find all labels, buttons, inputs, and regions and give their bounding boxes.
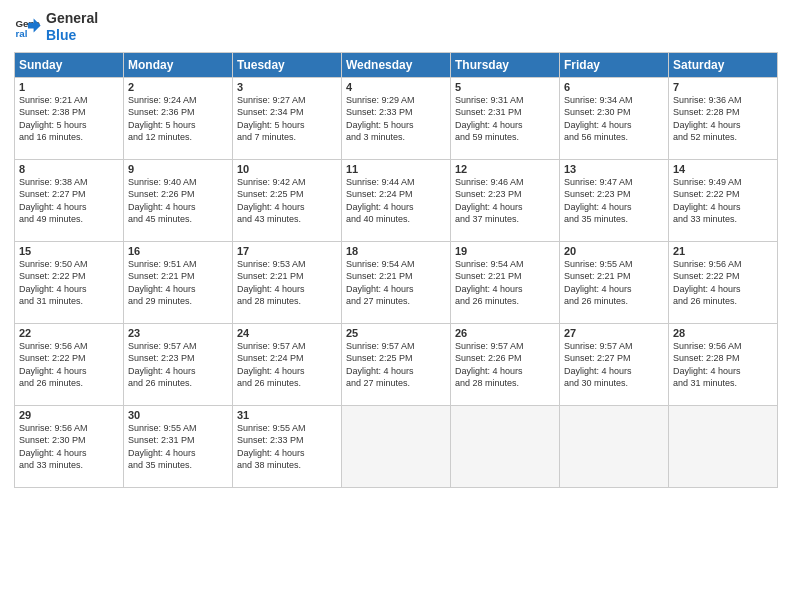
calendar-cell: 5Sunrise: 9:31 AM Sunset: 2:31 PM Daylig… bbox=[451, 77, 560, 159]
day-number: 8 bbox=[19, 163, 119, 175]
day-info: Sunrise: 9:21 AM Sunset: 2:38 PM Dayligh… bbox=[19, 94, 119, 144]
day-info: Sunrise: 9:42 AM Sunset: 2:25 PM Dayligh… bbox=[237, 176, 337, 226]
day-info: Sunrise: 9:55 AM Sunset: 2:21 PM Dayligh… bbox=[564, 258, 664, 308]
day-info: Sunrise: 9:40 AM Sunset: 2:26 PM Dayligh… bbox=[128, 176, 228, 226]
calendar-cell: 7Sunrise: 9:36 AM Sunset: 2:28 PM Daylig… bbox=[669, 77, 778, 159]
calendar-cell: 24Sunrise: 9:57 AM Sunset: 2:24 PM Dayli… bbox=[233, 323, 342, 405]
day-info: Sunrise: 9:44 AM Sunset: 2:24 PM Dayligh… bbox=[346, 176, 446, 226]
calendar-day-header: Saturday bbox=[669, 52, 778, 77]
day-info: Sunrise: 9:29 AM Sunset: 2:33 PM Dayligh… bbox=[346, 94, 446, 144]
day-info: Sunrise: 9:47 AM Sunset: 2:23 PM Dayligh… bbox=[564, 176, 664, 226]
day-info: Sunrise: 9:53 AM Sunset: 2:21 PM Dayligh… bbox=[237, 258, 337, 308]
calendar-cell: 11Sunrise: 9:44 AM Sunset: 2:24 PM Dayli… bbox=[342, 159, 451, 241]
calendar-header-row: SundayMondayTuesdayWednesdayThursdayFrid… bbox=[15, 52, 778, 77]
day-number: 17 bbox=[237, 245, 337, 257]
day-number: 20 bbox=[564, 245, 664, 257]
calendar-table: SundayMondayTuesdayWednesdayThursdayFrid… bbox=[14, 52, 778, 488]
day-info: Sunrise: 9:27 AM Sunset: 2:34 PM Dayligh… bbox=[237, 94, 337, 144]
day-info: Sunrise: 9:38 AM Sunset: 2:27 PM Dayligh… bbox=[19, 176, 119, 226]
day-info: Sunrise: 9:24 AM Sunset: 2:36 PM Dayligh… bbox=[128, 94, 228, 144]
day-info: Sunrise: 9:57 AM Sunset: 2:26 PM Dayligh… bbox=[455, 340, 555, 390]
day-info: Sunrise: 9:34 AM Sunset: 2:30 PM Dayligh… bbox=[564, 94, 664, 144]
day-info: Sunrise: 9:56 AM Sunset: 2:22 PM Dayligh… bbox=[19, 340, 119, 390]
day-info: Sunrise: 9:54 AM Sunset: 2:21 PM Dayligh… bbox=[346, 258, 446, 308]
calendar-cell: 23Sunrise: 9:57 AM Sunset: 2:23 PM Dayli… bbox=[124, 323, 233, 405]
day-info: Sunrise: 9:55 AM Sunset: 2:31 PM Dayligh… bbox=[128, 422, 228, 472]
calendar-week-row: 15Sunrise: 9:50 AM Sunset: 2:22 PM Dayli… bbox=[15, 241, 778, 323]
calendar-cell: 3Sunrise: 9:27 AM Sunset: 2:34 PM Daylig… bbox=[233, 77, 342, 159]
day-number: 11 bbox=[346, 163, 446, 175]
calendar-cell: 30Sunrise: 9:55 AM Sunset: 2:31 PM Dayli… bbox=[124, 405, 233, 487]
day-number: 15 bbox=[19, 245, 119, 257]
day-number: 25 bbox=[346, 327, 446, 339]
calendar-cell: 19Sunrise: 9:54 AM Sunset: 2:21 PM Dayli… bbox=[451, 241, 560, 323]
day-number: 2 bbox=[128, 81, 228, 93]
calendar-cell bbox=[342, 405, 451, 487]
day-number: 12 bbox=[455, 163, 555, 175]
calendar-cell: 26Sunrise: 9:57 AM Sunset: 2:26 PM Dayli… bbox=[451, 323, 560, 405]
day-number: 29 bbox=[19, 409, 119, 421]
day-number: 4 bbox=[346, 81, 446, 93]
day-number: 21 bbox=[673, 245, 773, 257]
calendar-week-row: 8Sunrise: 9:38 AM Sunset: 2:27 PM Daylig… bbox=[15, 159, 778, 241]
calendar-cell bbox=[560, 405, 669, 487]
calendar-week-row: 1Sunrise: 9:21 AM Sunset: 2:38 PM Daylig… bbox=[15, 77, 778, 159]
day-number: 13 bbox=[564, 163, 664, 175]
calendar-cell: 31Sunrise: 9:55 AM Sunset: 2:33 PM Dayli… bbox=[233, 405, 342, 487]
logo-text-line1: General bbox=[46, 10, 98, 27]
day-number: 31 bbox=[237, 409, 337, 421]
logo-icon: Gene ral bbox=[14, 13, 42, 41]
day-number: 24 bbox=[237, 327, 337, 339]
calendar-cell: 17Sunrise: 9:53 AM Sunset: 2:21 PM Dayli… bbox=[233, 241, 342, 323]
day-info: Sunrise: 9:54 AM Sunset: 2:21 PM Dayligh… bbox=[455, 258, 555, 308]
calendar-week-row: 22Sunrise: 9:56 AM Sunset: 2:22 PM Dayli… bbox=[15, 323, 778, 405]
calendar-cell: 22Sunrise: 9:56 AM Sunset: 2:22 PM Dayli… bbox=[15, 323, 124, 405]
day-number: 1 bbox=[19, 81, 119, 93]
day-info: Sunrise: 9:51 AM Sunset: 2:21 PM Dayligh… bbox=[128, 258, 228, 308]
calendar-cell: 20Sunrise: 9:55 AM Sunset: 2:21 PM Dayli… bbox=[560, 241, 669, 323]
calendar-cell: 12Sunrise: 9:46 AM Sunset: 2:23 PM Dayli… bbox=[451, 159, 560, 241]
day-number: 28 bbox=[673, 327, 773, 339]
calendar-cell: 29Sunrise: 9:56 AM Sunset: 2:30 PM Dayli… bbox=[15, 405, 124, 487]
svg-text:ral: ral bbox=[15, 28, 27, 39]
day-number: 6 bbox=[564, 81, 664, 93]
day-number: 22 bbox=[19, 327, 119, 339]
calendar-cell: 15Sunrise: 9:50 AM Sunset: 2:22 PM Dayli… bbox=[15, 241, 124, 323]
calendar-day-header: Tuesday bbox=[233, 52, 342, 77]
calendar-cell: 10Sunrise: 9:42 AM Sunset: 2:25 PM Dayli… bbox=[233, 159, 342, 241]
calendar-cell: 25Sunrise: 9:57 AM Sunset: 2:25 PM Dayli… bbox=[342, 323, 451, 405]
calendar-cell: 14Sunrise: 9:49 AM Sunset: 2:22 PM Dayli… bbox=[669, 159, 778, 241]
calendar-cell: 1Sunrise: 9:21 AM Sunset: 2:38 PM Daylig… bbox=[15, 77, 124, 159]
calendar-cell: 18Sunrise: 9:54 AM Sunset: 2:21 PM Dayli… bbox=[342, 241, 451, 323]
day-number: 5 bbox=[455, 81, 555, 93]
calendar-day-header: Thursday bbox=[451, 52, 560, 77]
day-info: Sunrise: 9:50 AM Sunset: 2:22 PM Dayligh… bbox=[19, 258, 119, 308]
day-number: 30 bbox=[128, 409, 228, 421]
day-number: 23 bbox=[128, 327, 228, 339]
calendar-week-row: 29Sunrise: 9:56 AM Sunset: 2:30 PM Dayli… bbox=[15, 405, 778, 487]
calendar-cell: 2Sunrise: 9:24 AM Sunset: 2:36 PM Daylig… bbox=[124, 77, 233, 159]
day-info: Sunrise: 9:57 AM Sunset: 2:23 PM Dayligh… bbox=[128, 340, 228, 390]
day-info: Sunrise: 9:56 AM Sunset: 2:22 PM Dayligh… bbox=[673, 258, 773, 308]
calendar-cell: 9Sunrise: 9:40 AM Sunset: 2:26 PM Daylig… bbox=[124, 159, 233, 241]
calendar-cell: 6Sunrise: 9:34 AM Sunset: 2:30 PM Daylig… bbox=[560, 77, 669, 159]
calendar-cell: 28Sunrise: 9:56 AM Sunset: 2:28 PM Dayli… bbox=[669, 323, 778, 405]
day-number: 26 bbox=[455, 327, 555, 339]
day-info: Sunrise: 9:57 AM Sunset: 2:25 PM Dayligh… bbox=[346, 340, 446, 390]
day-info: Sunrise: 9:57 AM Sunset: 2:24 PM Dayligh… bbox=[237, 340, 337, 390]
day-info: Sunrise: 9:46 AM Sunset: 2:23 PM Dayligh… bbox=[455, 176, 555, 226]
day-number: 10 bbox=[237, 163, 337, 175]
day-number: 18 bbox=[346, 245, 446, 257]
day-number: 19 bbox=[455, 245, 555, 257]
day-info: Sunrise: 9:31 AM Sunset: 2:31 PM Dayligh… bbox=[455, 94, 555, 144]
logo-text-line2: Blue bbox=[46, 27, 98, 44]
calendar-cell: 4Sunrise: 9:29 AM Sunset: 2:33 PM Daylig… bbox=[342, 77, 451, 159]
page-header: Gene ral General Blue bbox=[14, 10, 778, 44]
day-number: 9 bbox=[128, 163, 228, 175]
calendar-day-header: Friday bbox=[560, 52, 669, 77]
calendar-cell: 8Sunrise: 9:38 AM Sunset: 2:27 PM Daylig… bbox=[15, 159, 124, 241]
day-number: 7 bbox=[673, 81, 773, 93]
day-number: 14 bbox=[673, 163, 773, 175]
calendar-cell: 13Sunrise: 9:47 AM Sunset: 2:23 PM Dayli… bbox=[560, 159, 669, 241]
logo: Gene ral General Blue bbox=[14, 10, 98, 44]
